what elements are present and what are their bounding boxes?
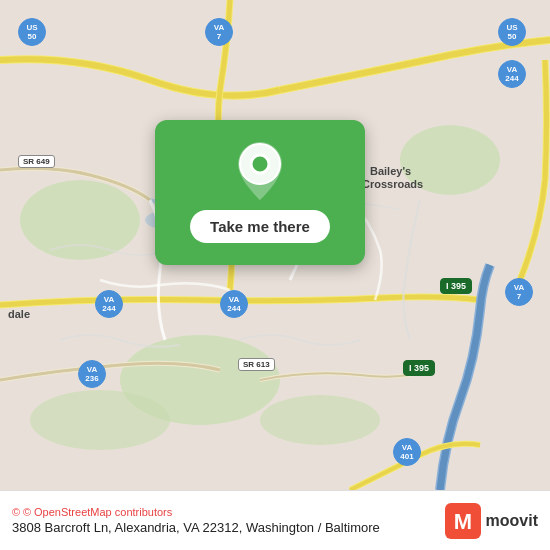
svg-point-5	[260, 395, 380, 445]
address-text: 3808 Barcroft Ln, Alexandria, VA 22312, …	[12, 520, 435, 535]
take-me-there-button[interactable]: Take me there	[190, 210, 330, 243]
moovit-logo: M moovit	[445, 503, 538, 539]
moovit-brand: moovit	[486, 513, 538, 529]
copyright-symbol: ©	[12, 506, 20, 518]
osm-credit: © © OpenStreetMap contributors	[12, 506, 435, 518]
map-container: Bailey's Crossroads dale US50 VA7 US50 S…	[0, 0, 550, 490]
svg-text:M: M	[453, 509, 471, 534]
bottom-left-info: © © OpenStreetMap contributors 3808 Barc…	[12, 506, 435, 535]
bottom-bar: © © OpenStreetMap contributors 3808 Barc…	[0, 490, 550, 550]
svg-point-4	[30, 390, 170, 450]
osm-credit-text: © OpenStreetMap contributors	[23, 506, 172, 518]
svg-point-9	[251, 155, 269, 173]
svg-point-1	[20, 180, 140, 260]
location-pin-icon	[235, 142, 285, 200]
moovit-text-container: moovit	[486, 513, 538, 529]
svg-point-3	[400, 125, 500, 195]
moovit-icon: M	[445, 503, 481, 539]
action-card[interactable]: Take me there	[155, 120, 365, 265]
